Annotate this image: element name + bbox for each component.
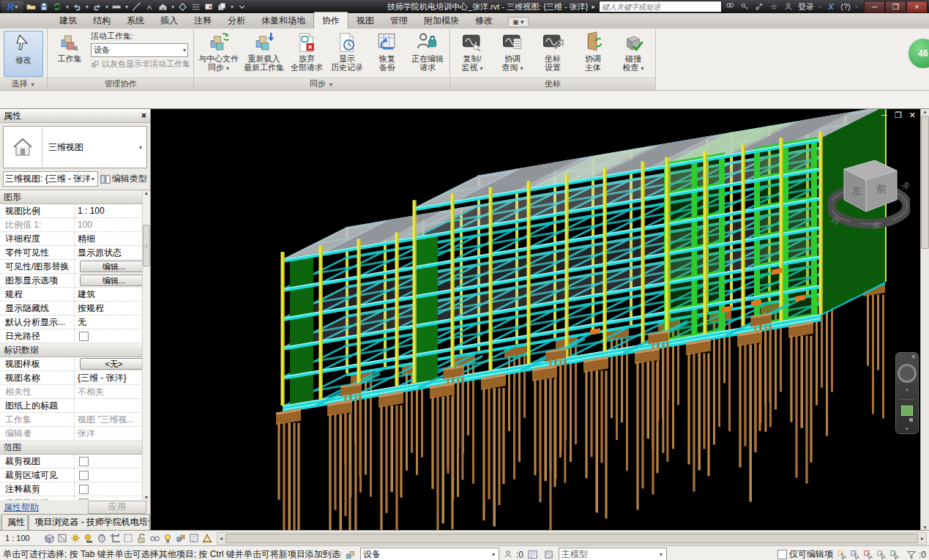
show-rendering-dialog-icon[interactable] [95,532,108,544]
property-value[interactable]: 100 [75,218,150,231]
exchange-apps-icon[interactable]: X [824,1,837,12]
ribbon-tab-附加模块[interactable]: 附加模块 [416,12,467,29]
zoom-icon[interactable] [901,406,913,416]
aligned-dimension-button[interactable] [130,1,143,12]
design-options-picker-icon[interactable] [542,549,556,560]
drawing-area[interactable]: ─ ❐ ✕ 左 前 东 南 西 ✕ ▾ [151,109,929,530]
dropdown-arrow-icon[interactable]: ▾ [84,4,90,10]
vertical-scrollbar[interactable]: ▲ ▼ [920,109,929,530]
view-scale-button[interactable]: 1 : 100 [4,533,41,543]
relinquish-all-button[interactable]: 放弃全部请求 [288,30,326,78]
synchronize-panel-label[interactable]: 同步 ▾ [194,78,449,90]
design-option-select[interactable]: 主模型▾ [559,548,667,560]
property-value[interactable]: {三维 - 张洋} [75,371,150,384]
favorites-icon[interactable]: ☆ [767,1,780,12]
design-options-icon[interactable] [526,549,540,560]
ribbon-tab-系统[interactable]: 系统 [119,12,152,29]
worksharing-display-icon[interactable] [174,532,187,544]
search-icon[interactable] [723,1,736,12]
show-crop-region-icon[interactable] [122,532,134,544]
steering-wheel-icon[interactable] [898,364,917,383]
viewcube[interactable]: 左 前 东 南 西 [828,147,910,234]
horizontal-scrollbar[interactable]: ◂ ▸ [217,532,927,545]
ribbon-tab-分析[interactable]: 分析 [220,12,253,29]
coordination-host-button[interactable]: 协调主体 [574,30,612,78]
property-value[interactable]: 建筑 [75,288,150,301]
ribbon-tab-管理[interactable]: 管理 [382,12,416,29]
property-value[interactable] [75,399,150,412]
editable-only-checkbox[interactable]: 仅可编辑项 [775,548,833,560]
edit-button[interactable]: 编辑... [80,261,148,272]
dropdown-arrow-icon[interactable]: ▾ [104,4,110,10]
default-3d-view-button[interactable] [157,1,169,12]
restore-button[interactable]: ❐ [885,1,906,13]
ribbon-tab-修改[interactable]: 修改 [467,12,501,29]
viewcube-compass-east[interactable]: 东 [900,179,910,191]
ribbon-tab-建筑[interactable]: 建筑 [51,12,85,29]
property-value[interactable]: 无 [75,316,150,329]
filter-icon[interactable] [905,549,918,560]
redo-button[interactable] [91,1,103,12]
help-dropdown-icon[interactable]: ▾ [854,4,859,10]
measure-button[interactable] [111,1,123,12]
open-button[interactable] [25,1,37,12]
application-menu-button[interactable]: R▾ [1,1,23,13]
checkbox[interactable] [79,457,89,466]
worksets-button[interactable]: 工作集 [51,30,89,78]
save-button[interactable] [38,1,51,12]
ribbon-tab-视图[interactable]: 视图 [348,12,382,29]
viewcube-left-label[interactable]: 左 [852,185,862,196]
active-workset-select[interactable]: 设备▾ [91,43,188,57]
property-value[interactable]: 张洋 [75,427,150,440]
section-button[interactable] [176,1,189,12]
restore-backup-button[interactable]: 恢复备份 [368,30,406,78]
view-close-icon[interactable]: ✕ [909,111,916,120]
editing-requests-icon[interactable] [502,549,515,560]
signin-dropdown-icon[interactable]: ▾ [817,4,823,10]
section-header-图形[interactable]: 图形« [0,190,150,204]
section-header-范围[interactable]: 范围« [0,441,150,455]
shadows-icon[interactable] [82,532,94,544]
properties-close-icon[interactable]: × [141,111,146,121]
property-value[interactable]: 精细 [75,232,150,245]
tab-project-browser[interactable]: 项目浏览器 - 技师学院机电培训... [29,514,150,530]
property-value[interactable]: 显示原状态 [75,246,150,259]
ribbon-display-toggle[interactable]: ▣ ▾ [508,17,529,27]
detail-level-icon[interactable] [42,532,55,544]
dropdown-arrow-icon[interactable]: ▾ [229,4,235,10]
show-history-button[interactable]: 显示历史记录 [328,30,366,78]
coordination-review-button[interactable]: 协调查阅 ▾ [493,30,531,78]
checkbox[interactable] [79,332,89,341]
dropdown-arrow-icon[interactable]: ▾ [124,4,130,10]
reload-latest-button[interactable]: 重新载入最新工作集 [242,30,286,78]
title-expand-arrow-icon[interactable]: ▸ [592,3,595,10]
gray-inactive-worksets-toggle[interactable]: 以灰色显示非活动工作集 [91,59,190,70]
ribbon-tab-结构[interactable]: 结构 [85,12,119,29]
close-button[interactable]: × [906,1,928,13]
type-selector[interactable]: 三维视图 ▾ [3,126,147,168]
checkbox[interactable] [79,499,89,501]
sync-with-central-button[interactable] [51,1,64,12]
ribbon-tab-插入[interactable]: 插入 [152,12,186,29]
checkbox[interactable] [79,485,89,494]
ribbon-tab-体量和场地[interactable]: 体量和场地 [253,12,313,29]
sync-central-button[interactable]: 与中心文件同步 ▾ [197,30,240,78]
view-minimize-icon[interactable]: ─ [881,111,887,120]
text-note-button[interactable]: A [143,1,156,12]
signin-label[interactable]: 登录 [798,1,814,12]
view-restore-icon[interactable]: ❐ [895,111,902,120]
switch-windows-button[interactable] [216,1,228,12]
property-value[interactable]: 视图 "三维视... [75,413,150,426]
navbar-caret2-icon[interactable]: ▾ [906,426,909,432]
crop-view-icon[interactable] [108,532,121,544]
navbar-close-icon[interactable]: ✕ [909,353,918,361]
temporary-hide-isolate-icon[interactable] [148,532,160,544]
properties-help-link[interactable]: 属性帮助 [4,501,39,514]
reveal-hidden-elements-icon[interactable] [161,532,174,544]
visual-style-icon[interactable] [56,532,68,544]
sun-path-icon[interactable] [69,532,81,544]
edit-type-button[interactable]: 编辑类型 [100,173,147,185]
tab-properties[interactable]: 属性 [1,514,28,530]
select-panel-label[interactable]: 选择 ▾ [0,78,47,90]
close-hidden-windows-button[interactable] [203,1,215,12]
